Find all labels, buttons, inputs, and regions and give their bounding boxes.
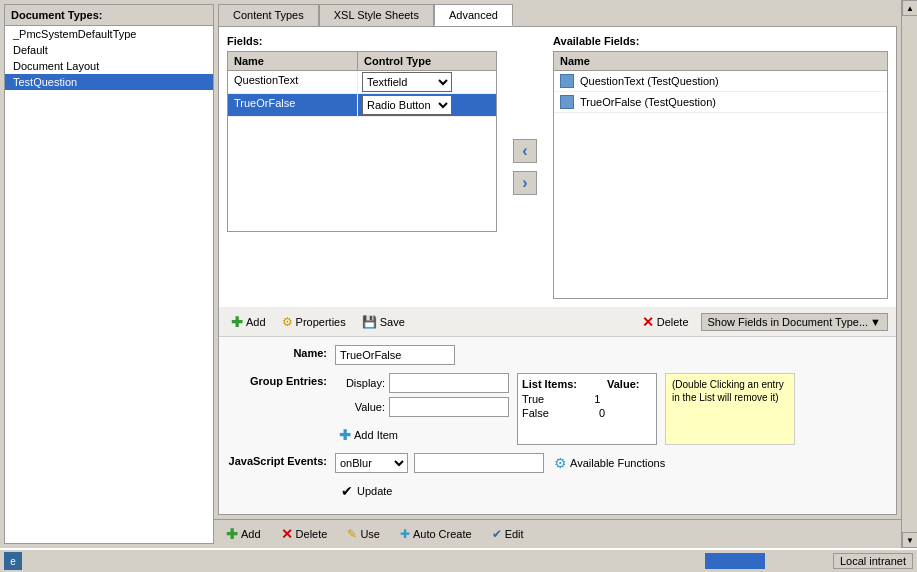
tabs-container: Content Types XSL Style Sheets Advanced bbox=[218, 4, 897, 26]
name-label: Name: bbox=[227, 345, 327, 359]
js-function-input[interactable] bbox=[414, 453, 544, 473]
update-row: ✔ Update bbox=[227, 481, 888, 501]
available-field-label-1: TrueOrFalse (TestQuestion) bbox=[580, 96, 716, 108]
name-input[interactable] bbox=[335, 345, 455, 365]
double-click-note: (Double Clicking an entry in the List wi… bbox=[665, 373, 795, 445]
available-functions-icon: ⚙ bbox=[554, 455, 567, 471]
js-events-controls: onBlur onChange onClick ⚙ Available Func… bbox=[335, 453, 669, 473]
auto-create-label: Auto Create bbox=[413, 528, 472, 540]
value-row: Value: bbox=[335, 397, 509, 417]
arrow-left-btn[interactable]: ‹ bbox=[513, 139, 537, 163]
delete-label: Delete bbox=[657, 316, 689, 328]
edit-button[interactable]: ✔ Edit bbox=[488, 525, 528, 543]
fields-table-body: QuestionText Textfield bbox=[228, 71, 496, 231]
tab-xsl-style-sheets[interactable]: XSL Style Sheets bbox=[319, 4, 434, 26]
add-button[interactable]: ✚ Add bbox=[227, 312, 270, 332]
list-items-box: List Items: Value: True 1 Fa bbox=[517, 373, 657, 445]
doc-type-item-0[interactable]: _PmcSystemDefaultType bbox=[5, 26, 213, 42]
doc-type-item-2[interactable]: Document Layout bbox=[5, 58, 213, 74]
status-icon: e bbox=[4, 552, 22, 570]
field-type-0: Textfield bbox=[358, 71, 496, 93]
properties-button[interactable]: ⚙ Properties bbox=[278, 313, 350, 331]
available-functions-label: Available Functions bbox=[570, 457, 665, 469]
add-label: Add bbox=[246, 316, 266, 328]
field-type-select-0[interactable]: Textfield bbox=[362, 72, 452, 92]
doc-type-item-1[interactable]: Default bbox=[5, 42, 213, 58]
update-label: Update bbox=[357, 485, 392, 497]
js-events-label: JavaScript Events: bbox=[227, 453, 327, 467]
update-icon: ✔ bbox=[341, 483, 353, 499]
add-item-label: Add Item bbox=[354, 429, 398, 441]
available-field-1[interactable]: TrueOrFalse (TestQuestion) bbox=[554, 92, 887, 113]
field-name-1: TrueOrFalse bbox=[228, 94, 358, 116]
display-input[interactable] bbox=[389, 373, 509, 393]
display-label: Display: bbox=[335, 377, 385, 389]
bottom-delete-label: Delete bbox=[296, 528, 328, 540]
available-fields-header: Name bbox=[554, 52, 887, 71]
bottom-add-icon: ✚ bbox=[226, 526, 238, 542]
list-row-0[interactable]: True 1 bbox=[522, 392, 652, 406]
bottom-use-label: Use bbox=[360, 528, 380, 540]
list-header: List Items: Value: bbox=[522, 378, 652, 390]
bottom-delete-icon: ✕ bbox=[281, 526, 293, 542]
fields-table: Name Control Type QuestionText bbox=[227, 51, 497, 232]
list-item-0: True bbox=[522, 393, 544, 405]
bottom-use-button[interactable]: ✎ Use bbox=[343, 525, 384, 543]
fields-label: Fields: bbox=[227, 35, 497, 47]
field-name-0: QuestionText bbox=[228, 71, 358, 93]
document-types-panel: Document Types: _PmcSystemDefaultType De… bbox=[4, 4, 214, 544]
doc-type-item-3[interactable]: TestQuestion bbox=[5, 74, 213, 90]
list-value-1: 0 bbox=[599, 407, 605, 419]
local-intranet-label: Local intranet bbox=[833, 553, 913, 569]
update-spacer bbox=[227, 481, 327, 483]
bottom-delete-button[interactable]: ✕ Delete bbox=[277, 524, 332, 544]
arrow-buttons: ‹ › bbox=[505, 35, 545, 299]
tab-content-area: Fields: Name Control Type QuestionText bbox=[218, 26, 897, 515]
add-item-icon: ✚ bbox=[339, 427, 351, 443]
list-items-header: List Items: bbox=[522, 378, 577, 390]
add-item-button[interactable]: ✚ Add Item bbox=[335, 425, 509, 445]
properties-label: Properties bbox=[296, 316, 346, 328]
properties-icon: ⚙ bbox=[282, 315, 293, 329]
delete-button[interactable]: ✕ Delete bbox=[638, 312, 693, 332]
available-field-label-0: QuestionText (TestQuestion) bbox=[580, 75, 719, 87]
value-input[interactable] bbox=[389, 397, 509, 417]
field-type-select-1[interactable]: Radio Button bbox=[362, 95, 452, 115]
show-fields-arrow-icon: ▼ bbox=[870, 316, 881, 328]
list-row-1[interactable]: False 0 bbox=[522, 406, 652, 420]
available-field-0[interactable]: QuestionText (TestQuestion) bbox=[554, 71, 887, 92]
save-label: Save bbox=[380, 316, 405, 328]
field-icon-1 bbox=[560, 95, 574, 109]
available-fields: Available Fields: Name QuestionText (Tes… bbox=[553, 35, 888, 299]
group-entries-label: Group Entries: bbox=[227, 373, 327, 387]
scrollbar[interactable]: ▲ ▼ bbox=[901, 0, 917, 548]
scroll-up-arrow[interactable]: ▲ bbox=[902, 0, 917, 16]
field-icon-0 bbox=[560, 74, 574, 88]
fields-row-1[interactable]: TrueOrFalse Radio Button bbox=[228, 94, 496, 117]
fields-table-header: Name Control Type bbox=[228, 52, 496, 71]
available-fields-table: Name QuestionText (TestQuestion) TrueOrF… bbox=[553, 51, 888, 299]
arrow-right-btn[interactable]: › bbox=[513, 171, 537, 195]
show-fields-button[interactable]: Show Fields in Document Type... ▼ bbox=[701, 313, 889, 331]
tab-content-types[interactable]: Content Types bbox=[218, 4, 319, 26]
auto-create-button[interactable]: ✚ Auto Create bbox=[396, 525, 476, 543]
delete-icon: ✕ bbox=[642, 314, 654, 330]
display-row: Display: bbox=[335, 373, 509, 393]
save-icon: 💾 bbox=[362, 315, 377, 329]
bottom-add-button[interactable]: ✚ Add bbox=[222, 524, 265, 544]
scroll-down-arrow[interactable]: ▼ bbox=[902, 532, 917, 548]
fields-section: Fields: Name Control Type QuestionText bbox=[219, 27, 896, 307]
save-button[interactable]: 💾 Save bbox=[358, 313, 409, 331]
bottom-use-icon: ✎ bbox=[347, 527, 357, 541]
group-entries-container: Display: Value: ✚ bbox=[335, 373, 888, 445]
tab-advanced[interactable]: Advanced bbox=[434, 4, 513, 26]
js-event-select[interactable]: onBlur onChange onClick bbox=[335, 453, 408, 473]
edit-label: Edit bbox=[505, 528, 524, 540]
fields-row-0[interactable]: QuestionText Textfield bbox=[228, 71, 496, 94]
available-functions-button[interactable]: ⚙ Available Functions bbox=[550, 453, 669, 473]
update-button[interactable]: ✔ Update bbox=[335, 481, 398, 501]
bottom-toolbar: ✚ Add ✕ Delete ✎ Use ✚ Auto Create bbox=[214, 519, 901, 548]
value-header: Value: bbox=[607, 378, 639, 390]
name-row: Name: bbox=[227, 345, 888, 365]
detail-section: Name: Group Entries: Display: bbox=[219, 336, 896, 514]
